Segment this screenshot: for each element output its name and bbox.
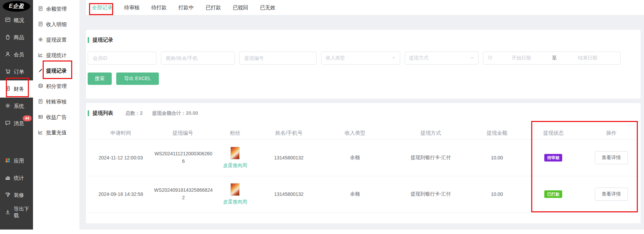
app-logo-text: E企盈 xyxy=(9,3,24,10)
download-icon xyxy=(5,209,11,216)
tab-paid[interactable]: 已打款 xyxy=(206,4,221,11)
cell-withdraw-no: WS20241112120003062606 xyxy=(154,140,211,176)
sidebar-item-export-download[interactable]: 导出下载 xyxy=(0,204,33,221)
member-id-input[interactable] xyxy=(88,52,156,65)
submenu-item-label: 提现统计 xyxy=(46,52,67,59)
sidebar-item-stats[interactable]: 统计 xyxy=(0,169,33,187)
submenu-item-label: 收入明细 xyxy=(46,21,67,28)
section-title: 提现记录 xyxy=(92,37,113,43)
filter-panel: 提现记录 收入类型 提现方式 开始日期 xyxy=(86,30,641,99)
sidebar-item-label: 订单 xyxy=(14,69,24,75)
cell-withdraw-no: WS20240918143258668242 xyxy=(154,176,211,212)
tab-pending-review[interactable]: 待审核 xyxy=(124,4,140,11)
submenu-item-balance[interactable]: 余额管理 xyxy=(33,1,79,17)
tab-rejected[interactable]: 已驳回 xyxy=(233,4,248,11)
document-icon xyxy=(38,99,43,105)
cell-phone: 13145800132 xyxy=(259,140,319,176)
cell-amount: 10.00 xyxy=(471,140,523,176)
start-date-field[interactable]: 开始日期 xyxy=(493,55,550,61)
fan-name-link[interactable]: 皮蛋瘦肉周 xyxy=(223,163,247,169)
submenu-item-income[interactable]: 收入明细 xyxy=(33,17,79,32)
sidebar-item-apps[interactable]: 应用 xyxy=(0,152,33,169)
nickname-input[interactable] xyxy=(161,52,235,65)
tab-invalid[interactable]: 已无效 xyxy=(260,4,275,11)
sidebar-item-label: 消息 xyxy=(14,120,24,127)
col-name-phone: 姓名/手机号 xyxy=(259,127,319,140)
cell-income-type: 余额 xyxy=(319,140,391,176)
cell-method: 提现到银行卡-汇付 xyxy=(391,140,471,176)
list-section-title: 提现列表 xyxy=(92,110,113,116)
submenu-item-points[interactable]: 积分管理 xyxy=(33,79,79,94)
coins-icon xyxy=(38,83,43,90)
primary-nav: 概况 商品 会员 订单 财务 系统 xyxy=(0,12,33,221)
section-accent-bar xyxy=(88,37,89,43)
withdraw-method-select[interactable]: 提现方式 xyxy=(405,52,479,65)
sidebar-item-message[interactable]: 消息 44 xyxy=(0,115,33,132)
overview-icon xyxy=(5,17,11,24)
section-accent-bar xyxy=(88,110,89,116)
sidebar-item-decorate[interactable]: 装修 xyxy=(0,187,33,204)
cell-fan: 皮蛋瘦肉周 xyxy=(212,140,259,176)
view-details-button[interactable]: 查看详情 xyxy=(595,151,628,164)
sidebar-item-label: 系统 xyxy=(14,103,24,110)
content: 提现记录 收入类型 提现方式 开始日期 xyxy=(86,30,644,223)
primary-sidebar: E企盈 概况 商品 会员 订单 财务 xyxy=(0,0,33,230)
sidebar-item-goods[interactable]: 商品 xyxy=(0,29,33,46)
income-type-select[interactable]: 收入类型 xyxy=(321,52,400,65)
table-row: 2024-09-18 14:32:58 WS202409181432586682… xyxy=(88,176,639,212)
cell-status: 待审核 xyxy=(523,140,583,176)
col-status: 提现状态 xyxy=(523,127,583,140)
tab-pending-payment[interactable]: 待打款 xyxy=(151,4,167,11)
submenu-item-label: 提现设置 xyxy=(46,37,67,43)
filter-row: 收入类型 提现方式 开始日期 至 结束日期 xyxy=(88,52,639,65)
sidebar-item-finance[interactable]: 财务 xyxy=(0,80,33,98)
app-logo[interactable]: E企盈 xyxy=(3,1,30,12)
col-action: 操作 xyxy=(584,127,639,140)
submenu-item-label: 批量充值 xyxy=(46,130,67,136)
chevron-down-icon xyxy=(392,55,396,61)
sidebar-item-label: 统计 xyxy=(14,175,24,181)
status-badge: 待审核 xyxy=(544,154,562,161)
cell-amount: 10.00 xyxy=(471,176,523,212)
submenu-item-label: 收益广告 xyxy=(46,114,67,121)
sidebar-item-overview[interactable]: 概况 xyxy=(0,12,33,29)
col-apply-time: 申请时间 xyxy=(88,127,154,140)
sidebar-item-orders[interactable]: 订单 xyxy=(0,63,33,80)
submenu-item-withdraw-stats[interactable]: 提现统计 xyxy=(33,48,79,63)
gear-icon xyxy=(5,103,11,110)
pen-icon xyxy=(38,68,43,74)
chart-line-icon xyxy=(38,52,43,59)
cell-status: 已打款 xyxy=(523,176,583,212)
cell-phone: 13145800132 xyxy=(259,176,319,212)
list-section-header: 提现列表 总数：2 提现金额合计：20.00 xyxy=(88,103,639,116)
export-excel-button[interactable]: 导出 EXCEL xyxy=(116,73,159,85)
sidebar-item-label: 装修 xyxy=(14,192,24,199)
submenu-item-withdraw-settings[interactable]: 提现设置 xyxy=(33,32,79,48)
secondary-sidebar: 余额管理 收入明细 提现设置 提现统计 提现记录 积分管理 转账审核 收益广告 xyxy=(33,0,79,234)
select-placeholder: 收入类型 xyxy=(326,55,345,61)
submenu-item-bulk-recharge[interactable]: 批量充值 xyxy=(33,125,79,141)
chat-icon xyxy=(5,120,11,127)
submenu-item-withdraw-records[interactable]: 提现记录 xyxy=(33,63,79,79)
date-range-picker[interactable]: 开始日期 至 结束日期 xyxy=(483,52,621,65)
total-count: 总数：2 xyxy=(125,110,143,116)
fan-name-link[interactable]: 皮蛋瘦肉周 xyxy=(223,199,247,205)
submenu-item-transfer-review[interactable]: 转账审核 xyxy=(33,94,79,110)
sidebar-item-member[interactable]: 会员 xyxy=(0,46,33,63)
main-area: 全部记录 待审核 待打款 打款中 已打款 已驳回 已无效 提现记录 收 xyxy=(79,0,644,234)
submenu-item-ad-revenue[interactable]: 收益广告 xyxy=(33,110,79,125)
tab-all-records[interactable]: 全部记录 xyxy=(92,4,112,11)
table-header-row: 申请时间 提现编号 粉丝 姓名/手机号 收入类型 提现方式 提现金额 提现状态 … xyxy=(88,127,639,140)
sidebar-item-system[interactable]: 系统 xyxy=(0,98,33,115)
search-button[interactable]: 搜索 xyxy=(88,73,112,85)
paint-roller-icon xyxy=(5,192,11,199)
gear-icon xyxy=(38,37,43,43)
tab-paying[interactable]: 打款中 xyxy=(178,4,194,11)
fan-avatar xyxy=(230,183,240,196)
view-details-button[interactable]: 查看详情 xyxy=(595,188,628,201)
withdraw-no-input[interactable] xyxy=(239,52,317,65)
end-date-field[interactable]: 结束日期 xyxy=(559,55,616,61)
message-count-badge: 44 xyxy=(23,115,32,121)
submenu-item-label: 转账审核 xyxy=(46,99,67,105)
sidebar-item-label: 应用 xyxy=(14,158,24,164)
